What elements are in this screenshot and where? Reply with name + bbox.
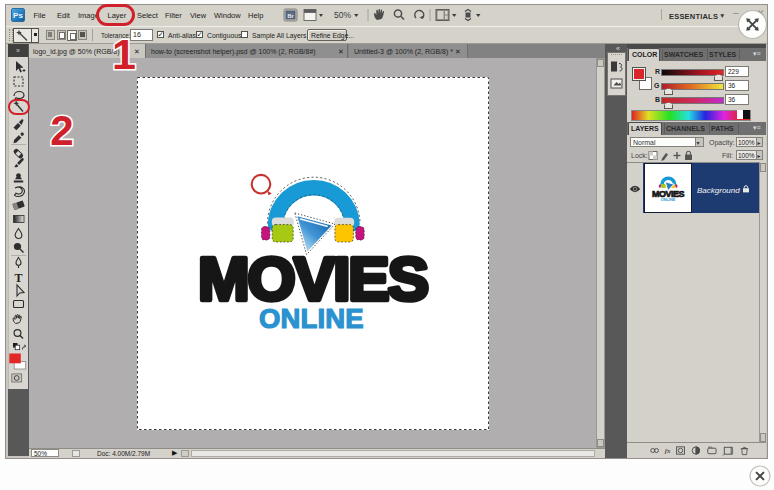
- svg-text:MOVIES: MOVIES: [652, 189, 685, 199]
- svg-text:ONLINE: ONLINE: [259, 303, 366, 334]
- svg-text:50%: 50%: [334, 10, 351, 20]
- svg-text:ONLINE: ONLINE: [661, 198, 676, 202]
- svg-text:Br: Br: [287, 13, 294, 19]
- svg-text:fx: fx: [665, 447, 671, 454]
- svg-text:1: 1: [112, 33, 136, 74]
- svg-text:T: T: [14, 271, 22, 285]
- svg-text:2: 2: [50, 108, 73, 150]
